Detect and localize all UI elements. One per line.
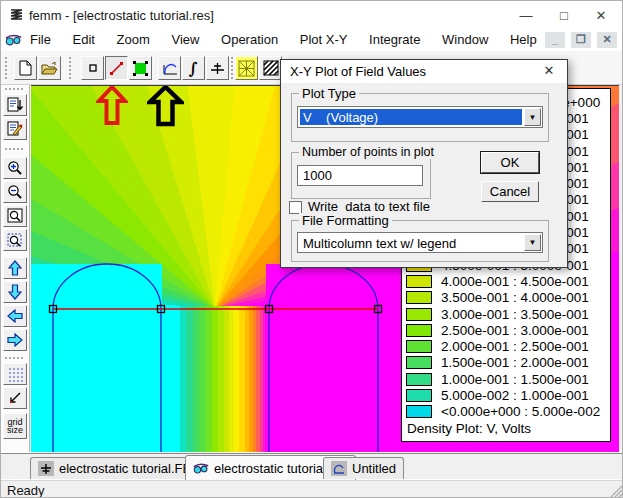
- mdi-minimize-button[interactable]: _: [545, 32, 565, 48]
- normal-derivative-icon: [210, 61, 225, 76]
- dialog-title-bar[interactable]: X-Y Plot of Field Values ✕: [281, 60, 567, 83]
- points-label: Number of points in plot: [299, 145, 437, 159]
- legend-label: 2.000e-001 : 2.500e-001: [441, 339, 589, 354]
- canvas-gutter: [619, 85, 623, 452]
- file-formatting-dropdown[interactable]: Multicolumn text w/ legend ▼: [297, 232, 543, 253]
- close-button[interactable]: ✕: [586, 7, 616, 25]
- resize-grip-icon[interactable]: [610, 485, 623, 498]
- legend-swatch: [406, 291, 432, 304]
- zoom-extents-button[interactable]: [3, 229, 27, 251]
- legend-swatch: [406, 405, 432, 418]
- cancel-button[interactable]: Cancel: [481, 181, 539, 202]
- open-file-icon: [41, 61, 58, 76]
- zoom-out-button[interactable]: [3, 181, 27, 203]
- toolbar-grip: [5, 148, 23, 151]
- menu-zoom[interactable]: Zoom: [108, 29, 159, 51]
- ok-button[interactable]: OK: [481, 152, 539, 173]
- pan-left-button[interactable]: [3, 305, 27, 327]
- show-density-plot-button[interactable]: [259, 56, 282, 80]
- area-mode-button[interactable]: [129, 56, 152, 80]
- toolbar-grip: [69, 57, 72, 79]
- left-electrode-outline: [53, 264, 161, 452]
- tab-label: electrostatic tutorial.FEE: [59, 461, 200, 476]
- zoom-window-icon: [7, 208, 23, 224]
- dialog-title: X-Y Plot of Field Values: [290, 64, 426, 79]
- pan-up-icon: [8, 260, 22, 276]
- toolbar-grip: [5, 357, 23, 360]
- maximize-button[interactable]: □: [549, 7, 579, 25]
- legend-swatch: [406, 308, 432, 321]
- dialog-close-icon[interactable]: ✕: [541, 63, 557, 79]
- mdi-close-button[interactable]: ✕: [597, 32, 617, 48]
- menu-file[interactable]: File: [21, 29, 60, 51]
- mdi-restore-button[interactable]: ❐: [571, 32, 591, 48]
- grid-size-button[interactable]: grid size: [3, 413, 27, 439]
- legend-label: 5.000e-002 : 1.000e-001: [441, 388, 589, 403]
- legend-entry: 2.000e-001 : 2.500e-001: [402, 338, 610, 354]
- xy-plot-button[interactable]: [158, 56, 181, 80]
- zoom-in-button[interactable]: [3, 157, 27, 179]
- point-mode-button[interactable]: [81, 56, 104, 80]
- red-up-arrow-icon: [96, 85, 128, 126]
- menu-integrate[interactable]: Integrate: [360, 29, 429, 51]
- black-up-arrow-icon: [147, 85, 184, 127]
- area-mode-icon: [133, 61, 148, 76]
- output-window-button[interactable]: [3, 94, 27, 116]
- open-file-button[interactable]: [38, 56, 61, 80]
- snap-to-grid-button[interactable]: [3, 387, 27, 409]
- show-mesh-icon: [238, 60, 255, 77]
- legend-entry: <0.000e+000 : 5.000e-002: [402, 404, 610, 420]
- pan-right-icon: [7, 333, 23, 347]
- legend-swatch: [406, 340, 432, 353]
- point-mode-icon: [89, 64, 97, 72]
- line-contour-mode-button[interactable]: [105, 56, 128, 80]
- plot-doc-icon: [331, 461, 347, 476]
- menu-window[interactable]: Window: [433, 29, 497, 51]
- normal-derivative-button[interactable]: [206, 56, 229, 80]
- legend-swatch: [406, 373, 432, 386]
- edit-properties-icon: [7, 121, 23, 137]
- pan-down-icon: [8, 284, 22, 300]
- chevron-down-icon[interactable]: ▼: [524, 234, 541, 251]
- pan-up-button[interactable]: [3, 257, 27, 279]
- legend-swatch: [406, 389, 432, 402]
- file-formatting-label: File Formatting: [299, 213, 392, 228]
- new-file-icon: [18, 60, 33, 76]
- menu-operation[interactable]: Operation: [212, 29, 287, 51]
- points-input[interactable]: 1000: [297, 165, 423, 186]
- legend-label: <0.000e+000 : 5.000e-002: [441, 404, 600, 419]
- new-file-button[interactable]: [14, 56, 37, 80]
- legend-label: 4.000e-001 : 4.500e-001: [441, 274, 589, 289]
- tab-untitled[interactable]: Untitled: [323, 457, 404, 479]
- chevron-down-icon[interactable]: ▼: [524, 108, 541, 126]
- window-title: femm - [electrostatic tutorial.res]: [29, 8, 214, 23]
- file-formatting-value: Multicolumn text w/ legend: [300, 235, 522, 250]
- document-tab-strip: electrostatic tutorial.FEE electrostatic…: [1, 453, 623, 479]
- app-spring-icon: [9, 8, 25, 23]
- pan-down-button[interactable]: [3, 281, 27, 303]
- plot-type-dropdown[interactable]: V (Voltage) ▼: [297, 106, 543, 128]
- show-density-plot-icon: [263, 60, 279, 76]
- femm-glasses-icon: [193, 461, 209, 476]
- menu-help[interactable]: Help: [501, 29, 546, 51]
- snap-to-grid-icon: [8, 391, 22, 405]
- pan-right-button[interactable]: [3, 329, 27, 351]
- line-integral-button[interactable]: ∫: [182, 56, 205, 80]
- legend-title: Density Plot: V, Volts: [407, 421, 531, 436]
- plot-type-value: V (Voltage): [300, 109, 522, 125]
- toolbar-grip: [231, 57, 234, 79]
- pan-left-icon: [7, 309, 23, 323]
- tab-electrostatic-tutorial-fee[interactable]: electrostatic tutorial.FEE: [30, 457, 208, 479]
- show-grid-button[interactable]: [3, 363, 27, 385]
- legend-label: 2.500e-001 : 3.000e-001: [441, 323, 589, 338]
- zoom-window-button[interactable]: [3, 205, 27, 227]
- menu-view[interactable]: View: [162, 29, 208, 51]
- show-mesh-button[interactable]: [235, 56, 258, 80]
- menu-plot-xy[interactable]: Plot X-Y: [291, 29, 357, 51]
- minimize-button[interactable]: —: [511, 7, 541, 25]
- preprocessor-doc-icon: [38, 461, 54, 476]
- menu-edit[interactable]: Edit: [64, 29, 104, 51]
- edit-properties-button[interactable]: [3, 118, 27, 140]
- legend-swatch: [406, 275, 432, 288]
- legend-entry: 5.000e-002 : 1.000e-001: [402, 387, 610, 403]
